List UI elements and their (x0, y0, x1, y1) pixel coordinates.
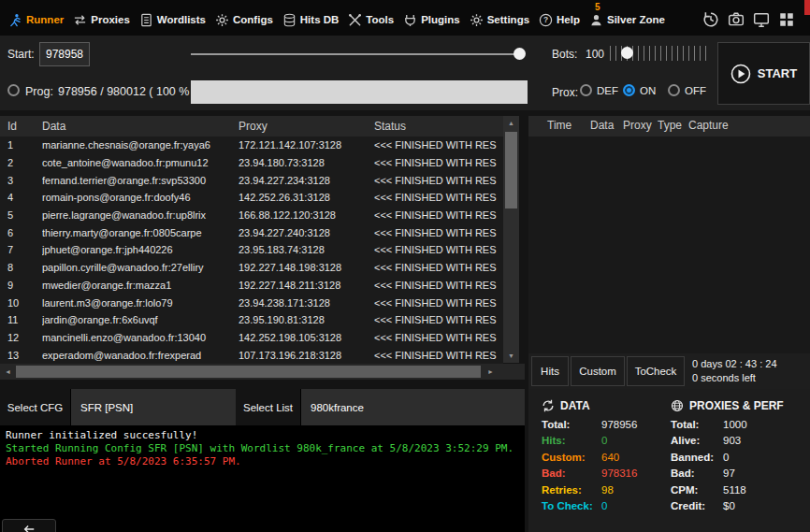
start-button[interactable]: START (717, 42, 810, 105)
row-proxy: 142.252.26.31:3128 (239, 192, 374, 203)
table-row[interactable]: 5 pierre.lagrange@wanadoo.fr:up8lrix 166… (0, 207, 503, 224)
table-row[interactable]: 11 jardin@orange.fr:6x6uvqf 23.95.190.81… (0, 311, 503, 329)
table-row[interactable]: 9 mwedier@orange.fr:mazza1 192.227.148.2… (0, 277, 503, 295)
menu-item-label: Tools (366, 14, 394, 25)
column-header-id[interactable]: Id (7, 120, 42, 133)
column-header-time[interactable]: Time (547, 119, 571, 132)
horizontal-scrollbar[interactable] (0, 364, 525, 380)
table-row[interactable]: 3 fernand.terrier@orange.fr:svp53300 23.… (0, 171, 503, 189)
menu-item-proxies[interactable]: Proxies (68, 6, 135, 34)
menu-item-label: Plugins (421, 14, 460, 25)
row-proxy: 23.95.183.74:3128 (239, 244, 374, 255)
runner-log[interactable]: Runner initialized succesfully! Started … (0, 425, 525, 532)
tab-tocheck[interactable]: ToCheck (627, 356, 685, 386)
start-position-slider[interactable] (191, 47, 526, 62)
row-data: jardin@orange.fr:6x6uvqf (42, 314, 239, 325)
table-row[interactable]: 13 experadom@wanadoo.fr:frexperad 107.17… (0, 346, 503, 364)
row-proxy: 192.227.148.211:3128 (239, 280, 374, 291)
stat-value: 0 (601, 500, 607, 511)
tab-custom[interactable]: Custom (571, 356, 625, 386)
scroll-right-icon[interactable] (483, 364, 499, 380)
stat-label: CPM: (671, 484, 723, 496)
row-proxy: 23.94.238.171:3128 (239, 297, 374, 309)
table-row[interactable]: 6 thierry.marty@orange.fr:0805carpe 23.9… (0, 223, 503, 241)
collapse-panel-button[interactable] (2, 519, 56, 532)
row-proxy: 23.94.227.234:3128 (239, 175, 374, 186)
scroll-left-icon[interactable] (0, 364, 16, 380)
row-data: pierre.lagrange@wanadoo.fr:up8lrix (42, 209, 239, 221)
row-data: experadom@wanadoo.fr:frexperad (42, 350, 239, 361)
menu-item-help[interactable]: ? Help (534, 6, 585, 34)
progress-radio[interactable] (7, 84, 20, 96)
table-row[interactable]: 8 papillon.cyrille@wanadoo.fr:27elliry 1… (0, 259, 503, 277)
column-header-data[interactable]: Data (590, 119, 614, 132)
menu-item-label: Wordlists (157, 14, 206, 25)
hits-tabs-row: Hits Custom ToCheck 0 days 02 : 43 : 24 … (528, 353, 810, 389)
scroll-down-icon[interactable] (503, 349, 519, 363)
monitor-icon[interactable] (753, 11, 770, 28)
row-data: mwedier@orange.fr:mazza1 (42, 280, 239, 291)
camera-icon[interactable] (728, 11, 745, 28)
column-header-capture[interactable]: Capture (688, 119, 729, 132)
column-header-proxy[interactable]: Proxy (239, 120, 374, 133)
stat-row: Bad: 978316 (542, 467, 637, 479)
prox-def-radio[interactable]: DEF (580, 84, 618, 96)
proxies-icon (73, 13, 87, 27)
bots-slider[interactable] (610, 43, 711, 64)
gear-icon (215, 13, 229, 27)
column-header-data[interactable]: Data (42, 120, 239, 133)
radio-circle (7, 84, 20, 96)
table-row[interactable]: 10 laurent.m3@orange.fr:lolo79 23.94.238… (0, 294, 503, 311)
prog-value: 978956 / 980012 ( 100 % ) (58, 85, 196, 98)
vertical-scrollbar[interactable] (503, 116, 519, 363)
stat-value: 97 (723, 467, 735, 479)
menu-item-runner[interactable]: Runner (4, 6, 68, 34)
row-status: <<< FINISHED WITH RES (374, 209, 503, 221)
stat-row: Total: 978956 (542, 419, 637, 430)
menu-item-silver-zone[interactable]: 5 Silver Zone (585, 6, 670, 34)
stat-row: Credit: $0 (671, 500, 784, 511)
slider-handle[interactable] (621, 47, 633, 59)
table-row[interactable]: 2 cote_antoine@wanadoo.fr:pmunu12 23.94.… (0, 154, 503, 172)
column-header-type[interactable]: Type (658, 119, 682, 132)
slider-handle[interactable] (513, 48, 526, 60)
select-list-button[interactable]: Select List (236, 389, 301, 425)
scrollbar-thumb[interactable] (505, 132, 517, 208)
column-header-status[interactable]: Status (374, 120, 503, 133)
menu-item-tools[interactable]: Tools (343, 6, 398, 34)
column-header-proxy[interactable]: Proxy (623, 119, 652, 132)
prox-on-radio[interactable]: ON (623, 84, 656, 96)
menu-item-label: Configs (233, 14, 273, 25)
database-icon (282, 13, 297, 27)
menu-item-wordlists[interactable]: Wordlists (135, 6, 210, 34)
row-status: <<< FINISHED WITH RES (374, 227, 503, 238)
menu-item-plugins[interactable]: Plugins (398, 6, 465, 34)
apps-grid-icon[interactable] (778, 11, 795, 28)
progress-bar (191, 80, 528, 104)
row-status: <<< FINISHED WITH RES (374, 139, 503, 151)
menu-item-label: Hits DB (300, 14, 340, 25)
start-position-input[interactable] (39, 42, 90, 66)
menu-item-configs[interactable]: Configs (210, 6, 278, 34)
select-cfg-button[interactable]: Select CFG (0, 389, 71, 425)
table-row[interactable]: 4 romain-pons@orange.fr:doofy46 142.252.… (0, 189, 503, 207)
prox-off-radio[interactable]: OFF (668, 84, 706, 96)
close-button-sliver[interactable] (804, 0, 810, 15)
table-row[interactable]: 7 jphuet@orange.fr:jph440226 23.95.183.7… (0, 241, 503, 259)
row-proxy: 23.94.180.73:3128 (239, 157, 374, 168)
table-row[interactable]: 12 mancinelli.enzo@wanadoo.fr:13040 142.… (0, 329, 503, 347)
row-proxy: 23.95.190.81:3128 (239, 314, 374, 325)
hits-table-body[interactable] (528, 137, 810, 353)
menu-item-hits-db[interactable]: Hits DB (278, 6, 344, 34)
radio-label: OFF (685, 85, 706, 96)
stat-row: CPM: 5118 (671, 484, 784, 496)
row-status: <<< FINISHED WITH RES (374, 350, 503, 361)
start-button-label: START (758, 66, 797, 80)
scrollbar-thumb[interactable] (16, 366, 481, 378)
refresh-icon (542, 399, 555, 412)
menu-item-settings[interactable]: Settings (465, 6, 534, 34)
tab-hits[interactable]: Hits (531, 356, 569, 386)
table-row[interactable]: 1 marianne.chesnais@orange.fr:yaya6 172.… (0, 137, 503, 154)
history-icon[interactable] (702, 11, 719, 28)
scroll-up-icon[interactable] (503, 116, 519, 130)
